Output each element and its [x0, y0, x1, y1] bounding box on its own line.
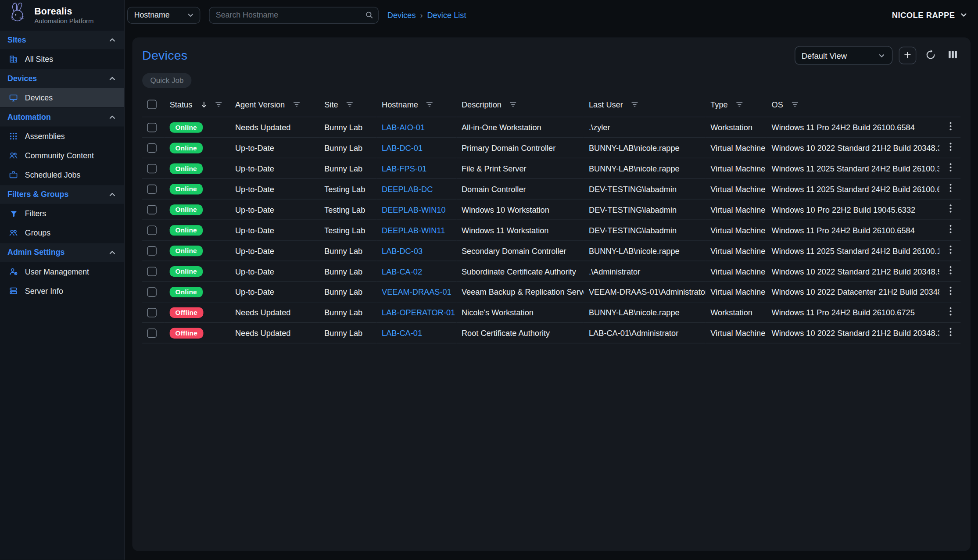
search-icon[interactable]: [365, 10, 374, 21]
row-menu-button[interactable]: [946, 161, 956, 175]
column-header-hostname[interactable]: Hostname: [377, 96, 457, 117]
hostname-link[interactable]: LAB-OPERATOR-01: [382, 308, 455, 317]
row-checkbox[interactable]: [147, 246, 156, 256]
sidebar-item-server-info[interactable]: Server Info: [0, 281, 124, 300]
row-menu-button[interactable]: [946, 182, 956, 196]
status-badge: Offline: [170, 328, 203, 338]
add-view-button[interactable]: [899, 47, 917, 64]
table-row[interactable]: OnlineUp-to-DateTesting LabDEEPLAB-WIN10…: [142, 199, 960, 220]
row-menu-button[interactable]: [946, 285, 956, 299]
cell-agent-version: Needs Updated: [230, 323, 319, 343]
hostname-link[interactable]: LAB-DC-03: [382, 246, 423, 255]
breadcrumb-devices[interactable]: Devices: [387, 10, 416, 19]
row-menu-button[interactable]: [946, 203, 956, 216]
row-checkbox[interactable]: [147, 226, 156, 235]
row-checkbox[interactable]: [147, 308, 156, 317]
cell-type: Virtual Machine: [706, 323, 767, 343]
search-box: [209, 7, 379, 23]
sidebar-item-community-content[interactable]: Community Content: [0, 146, 124, 165]
sidebar-section-admin-settings[interactable]: Admin Settings: [0, 243, 124, 262]
table-row[interactable]: OnlineUp-to-DateBunny LabVEEAM-DRAAS-01V…: [142, 282, 960, 302]
breadcrumb-device-list[interactable]: Device List: [427, 10, 466, 19]
sidebar-item-groups[interactable]: Groups: [0, 223, 124, 243]
view-select[interactable]: Default View: [795, 46, 892, 65]
row-checkbox[interactable]: [147, 205, 156, 214]
sidebar-section-filters-groups[interactable]: Filters & Groups: [0, 185, 124, 204]
filter-icon[interactable]: [631, 100, 638, 108]
table-row[interactable]: OnlineUp-to-DateBunny LabLAB-DC-03Second…: [142, 240, 960, 261]
quick-job-button[interactable]: Quick Job: [142, 73, 192, 88]
cell-description: Secondary Domain Controller: [457, 240, 584, 261]
cell-site: Testing Lab: [319, 220, 377, 240]
column-header-site[interactable]: Site: [319, 96, 377, 117]
sidebar-item-user-management[interactable]: User Management: [0, 262, 124, 281]
refresh-icon: [925, 49, 936, 62]
refresh-button[interactable]: [923, 46, 939, 64]
hostname-link[interactable]: LAB-FPS-01: [382, 164, 426, 173]
row-menu-button[interactable]: [946, 121, 956, 134]
row-checkbox[interactable]: [147, 288, 156, 297]
select-all-checkbox[interactable]: [147, 100, 156, 109]
hostname-link[interactable]: LAB-AIO-01: [382, 123, 425, 132]
hostname-link[interactable]: DEEPLAB-WIN10: [382, 205, 446, 214]
row-menu-button[interactable]: [946, 244, 956, 257]
sidebar-item-devices[interactable]: Devices: [0, 88, 124, 107]
hostname-link[interactable]: LAB-CA-02: [382, 267, 422, 276]
hostname-link[interactable]: DEEPLAB-DC: [382, 184, 433, 193]
filter-icon[interactable]: [346, 100, 354, 108]
cell-last-user: VEEAM-DRAAS-01\Administrator: [584, 282, 706, 302]
sidebar-item-assemblies[interactable]: Assemblies: [0, 127, 124, 146]
table-header-row: StatusAgent VersionSiteHostnameDescripti…: [142, 96, 960, 117]
row-checkbox[interactable]: [147, 164, 156, 173]
table-row[interactable]: OnlineUp-to-DateTesting LabDEEPLAB-DCDom…: [142, 178, 960, 199]
column-header-agent-version[interactable]: Agent Version: [230, 96, 319, 117]
column-header-description[interactable]: Description: [457, 96, 584, 117]
columns-button[interactable]: [945, 47, 961, 64]
hostname-link[interactable]: LAB-CA-01: [382, 328, 422, 338]
sidebar-item-scheduled-jobs[interactable]: Scheduled Jobs: [0, 165, 124, 185]
sidebar-section-automation[interactable]: Automation: [0, 108, 124, 127]
row-checkbox[interactable]: [147, 328, 156, 338]
table-row[interactable]: OnlineUp-to-DateBunny LabLAB-CA-02Subord…: [142, 261, 960, 282]
filter-icon[interactable]: [292, 100, 300, 108]
search-field-select[interactable]: Hostname: [127, 7, 200, 23]
hostname-link[interactable]: DEEPLAB-WIN11: [382, 225, 445, 235]
sidebar-section-devices[interactable]: Devices: [0, 69, 124, 88]
row-menu-button[interactable]: [946, 223, 956, 237]
sort-desc-icon[interactable]: [200, 100, 208, 109]
column-header-status[interactable]: Status: [165, 96, 230, 117]
brand[interactable]: Borealis Automation Platform: [0, 0, 124, 30]
sidebar-section-sites[interactable]: Sites: [0, 31, 124, 50]
table-row[interactable]: OfflineNeeds UpdatedBunny LabLAB-OPERATO…: [142, 302, 960, 323]
sidebar-item-filters[interactable]: Filters: [0, 204, 124, 223]
filter-icon[interactable]: [426, 100, 433, 108]
filter-icon[interactable]: [735, 100, 743, 108]
cell-type: Virtual Machine: [706, 199, 767, 220]
column-header-type[interactable]: Type: [706, 96, 767, 117]
row-menu-button[interactable]: [946, 326, 956, 340]
filter-icon[interactable]: [215, 100, 222, 108]
cell-agent-version: Needs Updated: [230, 302, 319, 323]
hostname-link[interactable]: LAB-DC-01: [382, 143, 423, 152]
breadcrumb: Devices › Device List: [387, 10, 466, 19]
user-menu[interactable]: NICOLE RAPPE: [892, 10, 968, 19]
filter-icon[interactable]: [791, 100, 799, 108]
sidebar-item-all-sites[interactable]: All Sites: [0, 49, 124, 68]
filter-icon[interactable]: [509, 100, 517, 108]
column-header-last-user[interactable]: Last User: [584, 96, 706, 117]
table-row[interactable]: OnlineUp-to-DateBunny LabLAB-DC-01Primar…: [142, 138, 960, 158]
hostname-link[interactable]: VEEAM-DRAAS-01: [382, 287, 451, 296]
row-checkbox[interactable]: [147, 267, 156, 276]
search-input[interactable]: [209, 7, 379, 23]
table-row[interactable]: OnlineUp-to-DateTesting LabDEEPLAB-WIN11…: [142, 220, 960, 240]
row-checkbox[interactable]: [147, 123, 156, 132]
table-row[interactable]: OnlineUp-to-DateBunny LabLAB-FPS-01File …: [142, 158, 960, 179]
table-row[interactable]: OfflineNeeds UpdatedBunny LabLAB-CA-01Ro…: [142, 323, 960, 343]
row-menu-button[interactable]: [946, 264, 956, 278]
table-row[interactable]: OnlineNeeds UpdatedBunny LabLAB-AIO-01Al…: [142, 117, 960, 138]
row-menu-button[interactable]: [946, 141, 956, 154]
row-checkbox[interactable]: [147, 143, 156, 153]
row-menu-button[interactable]: [946, 306, 956, 319]
column-header-os[interactable]: OS: [767, 96, 939, 117]
row-checkbox[interactable]: [147, 185, 156, 194]
